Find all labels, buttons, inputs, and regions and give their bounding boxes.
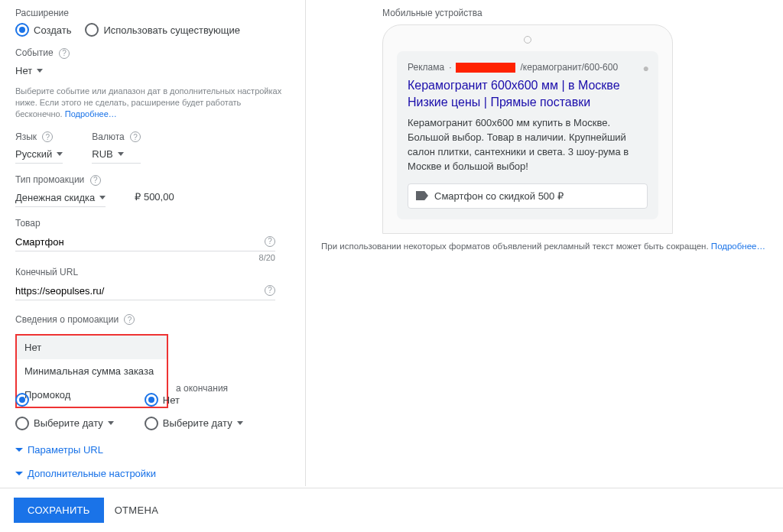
language-dropdown[interactable]: Русский bbox=[15, 145, 63, 164]
radio-icon bbox=[15, 393, 29, 407]
radio-icon bbox=[85, 23, 99, 37]
extension-radio-group: Создать Использовать существующие bbox=[15, 23, 290, 37]
promo-type-dropdown[interactable]: Денежная скидка bbox=[15, 189, 106, 207]
radio-use-existing[interactable]: Использовать существующие bbox=[85, 23, 240, 37]
redacted-domain bbox=[456, 63, 515, 73]
event-label: Событие ? bbox=[15, 47, 290, 59]
blank-label bbox=[135, 174, 174, 185]
save-button[interactable]: СОХРАНИТЬ bbox=[14, 498, 104, 523]
radio-create[interactable]: Создать bbox=[15, 23, 71, 37]
radio-label: Выберите дату bbox=[34, 417, 103, 429]
extension-label: Расширение bbox=[15, 8, 290, 18]
chevron-down-icon bbox=[57, 152, 63, 156]
promo-details-label: Сведения о промоакции ? bbox=[15, 314, 290, 326]
help-icon[interactable]: ? bbox=[42, 131, 53, 142]
chevron-down-icon bbox=[37, 69, 43, 73]
phone-speaker-icon bbox=[524, 36, 531, 44]
promo-option-min-order[interactable]: Минимальная сумма заказа bbox=[17, 359, 167, 383]
end-date-select-radio[interactable]: Выберите дату bbox=[145, 414, 243, 432]
event-hint: Выберите событие или диапазон дат в допо… bbox=[15, 86, 290, 121]
currency-dropdown[interactable]: RUB bbox=[92, 145, 141, 164]
info-icon[interactable]: ● bbox=[643, 62, 649, 74]
help-icon[interactable]: ? bbox=[265, 285, 275, 296]
mobile-preview: ● Реклама · /керамогранит/600-600 Керамо… bbox=[382, 24, 673, 234]
advanced-settings-toggle[interactable]: Дополнительные настройки bbox=[15, 468, 290, 479]
ad-title: Керамогранит 600х600 мм | в Москве Низки… bbox=[408, 77, 648, 110]
ad-promo-extension: Смартфон со скидкой 500 ₽ bbox=[408, 183, 648, 209]
tag-icon bbox=[416, 191, 428, 200]
final-url-label: Конечный URL bbox=[15, 267, 290, 277]
radio-label: Выберите дату bbox=[163, 417, 232, 429]
chevron-down-icon bbox=[118, 152, 124, 156]
product-input[interactable] bbox=[15, 233, 275, 251]
radio-icon bbox=[145, 417, 158, 430]
chevron-down-icon bbox=[108, 421, 114, 425]
radio-label: Использовать существующие bbox=[103, 24, 240, 36]
radio-icon bbox=[145, 393, 158, 407]
chevron-down-icon bbox=[15, 448, 23, 452]
event-dropdown[interactable]: Нет bbox=[15, 62, 54, 79]
ad-card: ● Реклама · /керамогранит/600-600 Керамо… bbox=[397, 51, 658, 219]
cancel-button[interactable]: ОТМЕНА bbox=[115, 504, 158, 516]
help-icon[interactable]: ? bbox=[265, 236, 275, 247]
product-counter: 8/20 bbox=[15, 253, 275, 262]
chevron-down-icon bbox=[99, 196, 106, 200]
radio-label: Создать bbox=[34, 24, 71, 36]
language-label: Язык ? bbox=[15, 131, 63, 143]
promo-amount[interactable]: ₽ 500,00 bbox=[135, 188, 174, 206]
learn-more-link[interactable]: Подробнее… bbox=[65, 109, 117, 118]
currency-label: Валюта ? bbox=[92, 131, 141, 143]
help-icon[interactable]: ? bbox=[124, 314, 135, 325]
final-url-input[interactable] bbox=[15, 282, 275, 300]
promo-type-label: Тип промоакции ? bbox=[15, 174, 106, 186]
chevron-down-icon bbox=[15, 472, 23, 475]
end-date-none-radio[interactable]: Нет bbox=[145, 393, 243, 407]
ad-url-row: Реклама · /керамогранит/600-600 bbox=[408, 62, 648, 73]
ad-description: Керамогранит 600х600 мм купить в Москве.… bbox=[408, 116, 648, 174]
product-label: Товар bbox=[15, 218, 290, 229]
url-params-toggle[interactable]: Параметры URL bbox=[15, 444, 290, 456]
preview-label: Мобильные устройства bbox=[382, 8, 768, 18]
start-date-none-radio[interactable]: Нет bbox=[15, 393, 114, 407]
radio-label: Нет bbox=[163, 394, 180, 406]
radio-icon bbox=[15, 23, 29, 37]
end-date-label: а окончания bbox=[176, 383, 228, 394]
help-icon[interactable]: ? bbox=[59, 48, 70, 59]
help-icon[interactable]: ? bbox=[130, 131, 141, 142]
form-panel: Расширение Создать Использовать существу… bbox=[0, 0, 306, 486]
learn-more-link[interactable]: Подробнее… bbox=[711, 242, 765, 251]
preview-disclaimer: При использовании некоторых форматов объ… bbox=[321, 242, 768, 251]
help-icon[interactable]: ? bbox=[90, 175, 101, 186]
ad-promo-text: Смартфон со скидкой 500 ₽ bbox=[434, 190, 564, 202]
chevron-down-icon bbox=[237, 421, 243, 425]
preview-panel: Мобильные устройства ● Реклама · /керамо… bbox=[306, 0, 783, 486]
footer-bar: СОХРАНИТЬ ОТМЕНА bbox=[0, 488, 783, 532]
promo-option-none[interactable]: Нет bbox=[17, 336, 167, 359]
start-date-select-radio[interactable]: Выберите дату bbox=[15, 414, 114, 432]
radio-icon bbox=[15, 417, 29, 430]
ad-url-suffix: /керамогранит/600-600 bbox=[520, 62, 618, 73]
ad-badge: Реклама bbox=[408, 62, 444, 73]
